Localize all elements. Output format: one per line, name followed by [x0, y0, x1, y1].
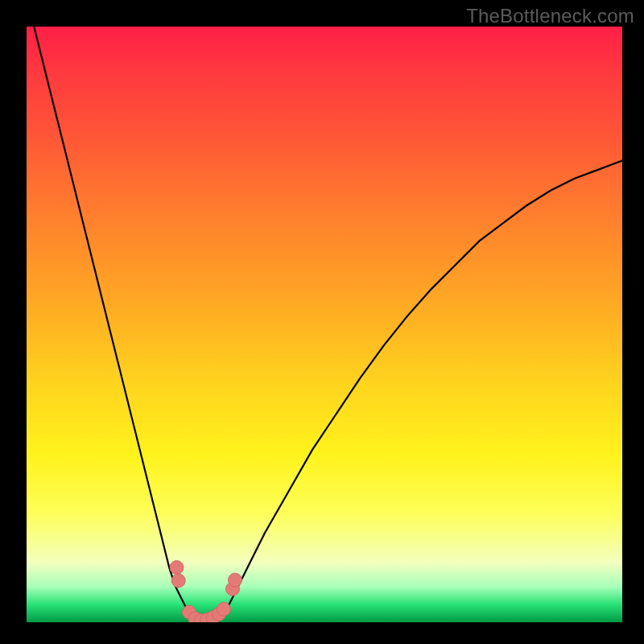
watermark-text: TheBottleneck.com: [466, 5, 634, 27]
bottleneck-curve: [27, 27, 622, 621]
chart-plot-area: [27, 27, 622, 622]
data-marker: [229, 573, 242, 587]
bottleneck-chart: [27, 27, 622, 622]
bottleneck-markers: [170, 560, 242, 622]
data-marker: [170, 560, 184, 574]
data-marker: [171, 574, 185, 588]
data-marker: [217, 602, 230, 616]
chart-frame: TheBottleneck.com: [0, 0, 644, 644]
